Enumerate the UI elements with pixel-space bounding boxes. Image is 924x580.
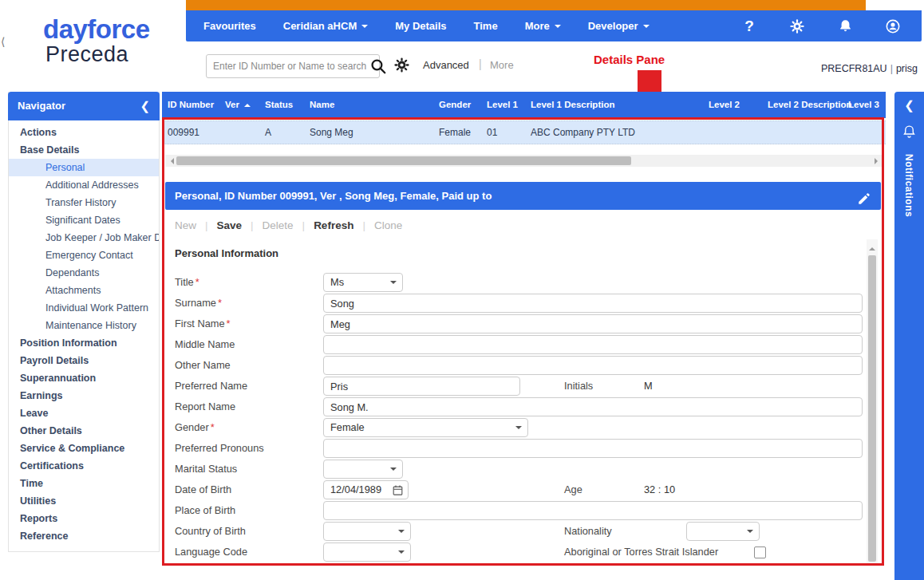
scroll-right-arrow-icon[interactable] <box>875 158 881 164</box>
middle-name-field[interactable] <box>323 335 863 354</box>
delete-button[interactable]: Delete <box>263 219 294 231</box>
sidebar-item-reference[interactable]: Reference <box>9 527 159 545</box>
nav-favourites[interactable]: Favourites <box>203 20 256 32</box>
sidebar-item-utilities[interactable]: Utilities <box>9 492 159 510</box>
sidebar-item-individual-work-pattern[interactable]: Individual Work Pattern <box>9 299 159 317</box>
sidebar-item-position-information[interactable]: Position Information <box>9 334 159 352</box>
sidebar-item-transfer-history[interactable]: Transfer History <box>9 194 159 211</box>
nationality-select[interactable] <box>686 522 760 541</box>
form-row-language-code: Language Code Aboriginal or Torres Strai… <box>165 543 867 562</box>
form-row-title: Title* Ms <box>165 273 867 292</box>
nav-time[interactable]: Time <box>474 20 498 32</box>
cell-level-1-description: ABC Company PTY LTD <box>531 121 635 144</box>
calendar-icon[interactable] <box>392 484 404 496</box>
sidebar-item-superannuation[interactable]: Superannuation <box>9 369 159 387</box>
navigator-collapse-chevron-icon[interactable]: ❮ <box>140 92 150 120</box>
form-row-report-name: Report Name <box>165 397 867 416</box>
sidebar-item-personal[interactable]: Personal <box>9 159 159 176</box>
session-divider: | <box>890 63 893 74</box>
search-settings-gear-icon[interactable] <box>393 57 410 73</box>
sidebar-item-service-compliance[interactable]: Service & Compliance <box>9 440 159 457</box>
required-marker: * <box>218 297 222 309</box>
nationality-label: Nationality <box>564 522 612 541</box>
column-gender[interactable]: Gender <box>439 92 471 118</box>
new-button[interactable]: New <box>175 219 196 231</box>
form-row-first-name: First Name* <box>165 314 867 333</box>
nav-developer[interactable]: Developer <box>588 20 650 32</box>
sidebar-item-certifications[interactable]: Certifications <box>9 457 159 475</box>
scroll-left-arrow-icon[interactable] <box>168 158 174 164</box>
form-row-preferred-name: Preferred Name Initials M <box>165 377 867 396</box>
employee-row-selected[interactable]: 009991 A Song Meg Female 01 ABC Company … <box>162 120 886 144</box>
sidebar-item-earnings[interactable]: Earnings <box>9 387 159 404</box>
nav-more[interactable]: More <box>525 20 561 32</box>
nav-my-details[interactable]: My Details <box>395 20 446 32</box>
column-id-number[interactable]: ID Number <box>168 92 214 118</box>
grid-horizontal-scrollbar[interactable] <box>165 155 883 167</box>
notifications-collapse-chevron-icon[interactable]: ❮ <box>894 98 924 112</box>
notifications-bell-icon[interactable] <box>837 18 853 34</box>
sidebar-item-attachments[interactable]: Attachments <box>9 282 159 299</box>
column-level-1-description[interactable]: Level 1 Description <box>531 92 614 118</box>
sidebar-item-additional-addresses[interactable]: Additional Addresses <box>9 176 159 194</box>
account-icon[interactable] <box>885 18 901 34</box>
column-level-1[interactable]: Level 1 <box>487 92 518 118</box>
more-search-link[interactable]: More <box>490 59 514 71</box>
search-input[interactable] <box>206 54 380 78</box>
cell-gender: Female <box>439 121 471 144</box>
sidebar-item-other-details[interactable]: Other Details <box>9 422 159 440</box>
sidebar-item-job-keeper[interactable]: Job Keeper / Job Maker De <box>9 229 159 247</box>
sidebar-item-actions[interactable]: Actions <box>9 124 159 141</box>
marital-status-select[interactable] <box>323 460 403 479</box>
other-name-field[interactable] <box>323 356 863 375</box>
search-icon[interactable] <box>369 57 387 75</box>
column-name[interactable]: Name <box>310 92 334 118</box>
country-of-birth-select[interactable] <box>323 522 411 541</box>
refresh-button[interactable]: Refresh <box>314 219 353 231</box>
sidebar-item-leave[interactable]: Leave <box>9 404 159 422</box>
edit-pencil-icon[interactable] <box>857 188 871 203</box>
surname-field[interactable] <box>323 294 863 313</box>
aboriginal-islander-checkbox[interactable] <box>754 546 766 558</box>
column-status[interactable]: Status <box>265 92 293 118</box>
sidebar-item-significant-dates[interactable]: Significant Dates <box>9 211 159 229</box>
preferred-name-field[interactable] <box>323 377 520 396</box>
column-level-2-description[interactable]: Level 2 Description <box>768 92 851 118</box>
column-level-3[interactable]: Level 3 <box>848 92 879 118</box>
sidebar-item-payroll-details[interactable]: Payroll Details <box>9 352 159 369</box>
sidebar-item-emergency-contact[interactable]: Emergency Contact <box>9 247 159 264</box>
sidebar-item-dependants[interactable]: Dependants <box>9 264 159 282</box>
title-select[interactable]: Ms <box>323 273 403 292</box>
preferred-pronouns-field[interactable] <box>323 439 863 458</box>
first-name-field[interactable] <box>323 314 863 333</box>
advanced-search-link[interactable]: Advanced <box>423 59 469 71</box>
sidebar-item-base-details[interactable]: Base Details <box>9 141 159 159</box>
column-level-2[interactable]: Level 2 <box>709 92 740 118</box>
place-of-birth-field[interactable] <box>323 501 863 520</box>
vertical-scroll-thumb[interactable] <box>868 255 876 562</box>
report-name-field[interactable] <box>323 397 863 416</box>
sidebar-item-maintenance-history[interactable]: Maintenance History <box>9 317 159 334</box>
column-ver-sorted[interactable]: Ver <box>225 92 251 118</box>
date-of-birth-field[interactable]: 12/04/1989 <box>323 480 409 499</box>
help-icon[interactable]: ? <box>741 18 757 34</box>
annotation-arrow-shaft <box>638 70 661 92</box>
sidebar-item-reports[interactable]: Reports <box>9 510 159 527</box>
horizontal-scroll-thumb[interactable] <box>176 156 631 165</box>
gender-select[interactable]: Female <box>323 418 528 437</box>
nav-ceridian-ahcm[interactable]: Ceridian aHCM <box>283 20 368 32</box>
notifications-tab[interactable]: ❮ Notifications <box>894 92 924 580</box>
scroll-up-arrow-icon[interactable] <box>869 244 875 251</box>
field-label: Preferred Pronouns <box>175 439 318 458</box>
environment-code: PRECFR81AU <box>821 63 887 74</box>
form-row-marital-status: Marital Status <box>165 460 867 479</box>
form-vertical-scrollbar[interactable] <box>867 239 878 563</box>
required-marker: * <box>227 318 231 329</box>
clone-button[interactable]: Clone <box>374 219 402 231</box>
cell-level-1: 01 <box>487 121 497 144</box>
save-button[interactable]: Save <box>217 219 243 231</box>
settings-gear-icon[interactable] <box>789 18 805 34</box>
sidebar-item-time[interactable]: Time <box>9 475 159 492</box>
language-code-select[interactable] <box>323 543 411 562</box>
details-pane-header: Personal, ID Number 009991, Ver , Song M… <box>165 182 881 210</box>
